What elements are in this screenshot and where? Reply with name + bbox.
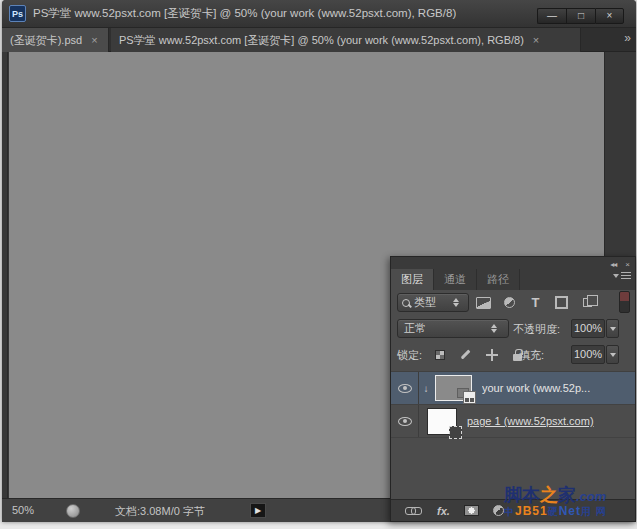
- filter-kind-label: 类型: [414, 295, 436, 310]
- tab-close-icon[interactable]: ×: [91, 34, 97, 46]
- layer-row-page-1[interactable]: page 1 (www.52psxt.com): [391, 405, 635, 438]
- tab-label: (圣诞贺卡).psd: [10, 33, 82, 48]
- collapse-panel-icon[interactable]: ◂◂: [610, 260, 616, 269]
- tab-paths[interactable]: 路径: [477, 269, 520, 290]
- left-edge-strip: [2, 52, 8, 498]
- menu-lines-icon: [621, 272, 631, 280]
- status-circle-icon: [66, 504, 80, 518]
- panel-tabs: 图层 通道 路径: [391, 269, 635, 290]
- clipping-mask-arrow-icon: ↓: [419, 383, 433, 394]
- fill-value-field[interactable]: 100%: [571, 345, 605, 364]
- watermark-line-2: 中JB51硬Net用 网: [504, 505, 607, 518]
- blend-mode-dropdown[interactable]: 正常: [397, 319, 509, 338]
- link-layers-button[interactable]: [405, 507, 423, 515]
- blend-opacity-row: 正常 不透明度: 100%: [391, 319, 635, 339]
- jb51-watermark: 脚本之家.com 中JB51硬Net用 网: [504, 486, 607, 517]
- status-expand-button[interactable]: ▶: [250, 503, 266, 518]
- titlebar: Ps PS学堂 www.52psxt.com [圣诞贺卡] @ 50% (you…: [2, 0, 636, 28]
- tab-label: PS学堂 www.52psxt.com [圣诞贺卡] @ 50% (your w…: [119, 33, 524, 48]
- picture-icon: [476, 297, 491, 309]
- document-tabbar: (圣诞贺卡).psd × PS学堂 www.52psxt.com [圣诞贺卡] …: [2, 28, 636, 52]
- window-controls: — □ ×: [537, 8, 624, 24]
- layer-name[interactable]: your work (www.52p...: [482, 382, 590, 394]
- adjustment-icon: [493, 505, 504, 516]
- filter-shape-layers-button[interactable]: [553, 295, 570, 310]
- layer-style-button[interactable]: fx.: [437, 505, 450, 517]
- filter-on-off-toggle[interactable]: [619, 291, 630, 313]
- filter-smart-objects-button[interactable]: [579, 295, 596, 310]
- layer-name[interactable]: page 1 (www.52psxt.com): [467, 415, 594, 427]
- tab-your-work[interactable]: PS学堂 www.52psxt.com [圣诞贺卡] @ 50% (your w…: [111, 28, 581, 52]
- text-icon: T: [532, 296, 540, 309]
- layer-filter-row: 类型 T: [391, 293, 635, 313]
- filter-kind-dropdown[interactable]: 类型: [397, 293, 469, 312]
- checkerboard-icon: [435, 350, 445, 360]
- add-layer-mask-button[interactable]: [464, 505, 479, 516]
- watermark-text: Net: [559, 504, 581, 518]
- filter-pixel-layers-button[interactable]: [475, 295, 492, 310]
- zoom-level-field[interactable]: 50%: [12, 504, 34, 516]
- lock-pixels-button[interactable]: [457, 347, 474, 362]
- visibility-cell[interactable]: [391, 372, 419, 404]
- menu-triangle-icon: [613, 274, 619, 278]
- lock-label: 锁定:: [397, 348, 422, 363]
- smart-object-icon: [583, 298, 592, 307]
- close-button[interactable]: ×: [595, 8, 624, 24]
- layer-thumbnail[interactable]: [435, 375, 472, 401]
- tab-overflow-chevron-icon[interactable]: »: [624, 31, 629, 45]
- layer-list: ↓ your work (www.52p... page 1 (www.52ps…: [391, 371, 635, 501]
- lock-icons: [431, 347, 526, 362]
- filter-adjustment-layers-button[interactable]: [501, 295, 518, 310]
- vector-badge-icon: [449, 426, 462, 439]
- layer-row-your-work[interactable]: ↓ your work (www.52p...: [391, 372, 635, 405]
- adjustment-icon: [504, 297, 515, 308]
- opacity-label: 不透明度:: [513, 322, 560, 337]
- brush-icon: [461, 350, 471, 360]
- shape-icon: [556, 297, 567, 308]
- layer-thumbnail[interactable]: [427, 408, 457, 435]
- close-panel-icon[interactable]: ×: [625, 260, 629, 269]
- photoshop-logo-icon: Ps: [9, 5, 26, 22]
- watermark-text: JB51: [515, 504, 548, 518]
- tab-close-icon[interactable]: ×: [533, 34, 539, 46]
- dropdown-updown-icon: [452, 298, 460, 307]
- maximize-button[interactable]: □: [566, 8, 595, 24]
- tab-shengdan-heka[interactable]: (圣诞贺卡).psd ×: [2, 28, 109, 52]
- fill-label: 填充:: [519, 348, 544, 363]
- opacity-value-field[interactable]: 100%: [571, 319, 605, 338]
- lock-transparency-button[interactable]: [431, 347, 448, 362]
- opacity-dropdown-arrow[interactable]: [606, 319, 619, 338]
- watermark-text: 中: [504, 506, 515, 517]
- document-size-info: 文档:3.08M/0 字节: [115, 504, 205, 519]
- panel-header: ◂◂ ×: [391, 257, 635, 269]
- layer-mask-icon: [464, 505, 479, 516]
- tab-layers[interactable]: 图层: [391, 269, 434, 290]
- window-title: PS学堂 www.52psxt.com [圣诞贺卡] @ 50% (your w…: [33, 6, 456, 21]
- search-icon: [402, 299, 410, 307]
- lock-position-button[interactable]: [483, 347, 500, 362]
- filter-type-icons: T: [475, 295, 596, 310]
- fx-icon: fx.: [437, 505, 450, 517]
- lock-fill-row: 锁定: 填充: 100%: [391, 345, 635, 365]
- move-icon: [486, 349, 498, 361]
- add-adjustment-layer-button[interactable]: [493, 505, 504, 516]
- panel-menu-icon[interactable]: [613, 272, 631, 280]
- tab-channels[interactable]: 通道: [434, 269, 477, 290]
- filter-type-layers-button[interactable]: T: [527, 295, 544, 310]
- watermark-text: 之: [540, 485, 558, 505]
- fill-dropdown-arrow[interactable]: [606, 345, 619, 364]
- page: Ps PS学堂 www.52psxt.com [圣诞贺卡] @ 50% (you…: [0, 0, 637, 529]
- smart-object-badge-icon: [463, 391, 476, 404]
- eye-icon: [398, 417, 412, 426]
- watermark-text: .com: [576, 489, 606, 504]
- visibility-cell[interactable]: [391, 405, 419, 437]
- blend-mode-value: 正常: [404, 321, 426, 336]
- eye-icon: [398, 384, 412, 393]
- minimize-button[interactable]: —: [537, 8, 566, 24]
- layers-panel: ◂◂ × 图层 通道 路径 类型 T: [390, 256, 636, 522]
- watermark-text: 硬: [548, 506, 559, 517]
- watermark-text: 家: [558, 485, 576, 505]
- watermark-line-1: 脚本之家.com: [504, 486, 607, 505]
- watermark-text: 用 网: [581, 506, 607, 517]
- watermark-text: 脚本: [504, 485, 540, 505]
